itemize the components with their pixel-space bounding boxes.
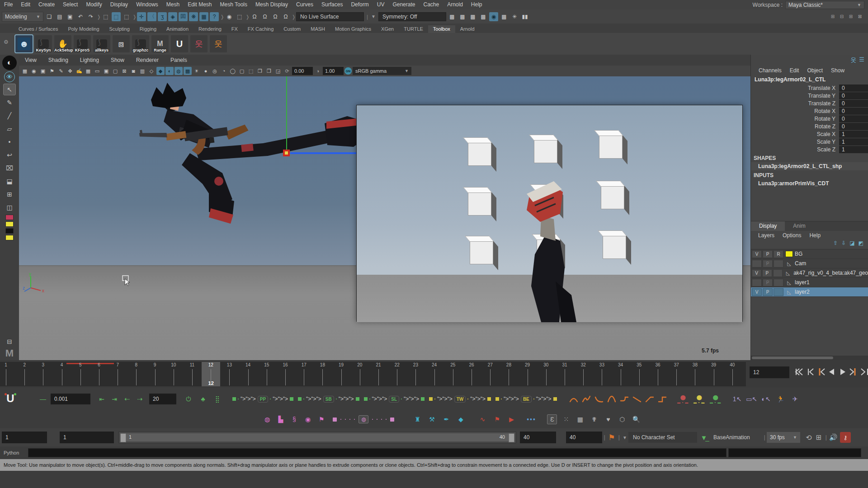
xray-joints-icon[interactable]: ❒ bbox=[265, 67, 273, 75]
shaded-icon[interactable]: ◆ bbox=[156, 67, 165, 75]
viewport-menu-panels[interactable]: Panels bbox=[165, 57, 193, 63]
character-set-field[interactable]: No Character Set bbox=[628, 432, 697, 443]
layer-row-layer2[interactable]: VPR◺layer2 bbox=[751, 287, 868, 297]
gear-icon[interactable]: ⚙ bbox=[4, 39, 9, 45]
ease-corner-icon[interactable] bbox=[657, 395, 667, 403]
layer-display-type-toggle[interactable]: R bbox=[774, 250, 783, 258]
menu-surfaces[interactable]: Surfaces bbox=[317, 0, 347, 9]
range-slider[interactable]: 1 40 bbox=[118, 432, 516, 443]
anim-layer-field[interactable]: BaseAnimation bbox=[709, 432, 762, 443]
layer-menu-help[interactable]: Help bbox=[806, 232, 824, 239]
shelf-tab-custom[interactable]: Custom bbox=[278, 25, 306, 33]
render-current-icon[interactable]: ▩ bbox=[458, 12, 467, 21]
camera-pip-view[interactable] bbox=[356, 105, 743, 322]
chevron-down-icon[interactable]: ▼ bbox=[621, 433, 628, 442]
shelf-tab-turtle[interactable]: TURTLE bbox=[399, 25, 428, 33]
pause-icon[interactable]: ▮▮ bbox=[520, 12, 529, 21]
render-view-icon[interactable]: ▩ bbox=[448, 12, 457, 21]
animbot-logo[interactable]: U bbox=[4, 392, 17, 406]
color-management-icon[interactable]: GN bbox=[344, 67, 352, 75]
scale-tool-icon[interactable]: • bbox=[3, 136, 16, 148]
kfpros-script[interactable]: KFproS bbox=[74, 35, 91, 52]
isolate-select-icon[interactable]: ⬚ bbox=[247, 67, 255, 75]
cube-grey-icon[interactable]: ⬡ bbox=[617, 414, 627, 424]
layer-visibility-toggle[interactable]: V bbox=[752, 250, 762, 258]
shelf-tab-fx-caching[interactable]: FX Caching bbox=[243, 25, 278, 33]
speaker-icon[interactable]: 🔊 bbox=[828, 432, 838, 442]
layer-triangle-icon[interactable]: ◺ bbox=[785, 289, 793, 295]
grid-dots-icon[interactable]: ⣿ bbox=[212, 394, 222, 404]
input-node[interactable]: Luna3p:armorPrimVis_CDT bbox=[751, 179, 868, 188]
animbot-segment-label[interactable]: SB bbox=[323, 396, 334, 403]
curve-bird-icon[interactable]: ∿ bbox=[477, 414, 487, 424]
shelf-tab-sculpting[interactable]: Sculpting bbox=[104, 25, 135, 33]
animbot-segment-label[interactable]: SL bbox=[389, 396, 399, 403]
animbot-segment-sb[interactable]: ">">">SB">">"> bbox=[298, 396, 359, 403]
color-swatch-red[interactable] bbox=[5, 215, 14, 220]
range-script[interactable]: MRange bbox=[151, 35, 169, 52]
wireframe-icon[interactable]: ◇ bbox=[147, 67, 156, 75]
layer-triangle-icon[interactable]: ◺ bbox=[784, 270, 792, 276]
gamma-field[interactable]: 1.00 bbox=[323, 67, 344, 75]
menu-edit[interactable]: Edit bbox=[17, 0, 34, 9]
go-to-start-button[interactable] bbox=[794, 366, 804, 378]
yellow-key-icon[interactable]: ⬤▬ ▪ ▬ bbox=[693, 394, 705, 404]
safe-title-icon[interactable]: ▥ bbox=[138, 67, 146, 75]
channel-value-field[interactable]: 0 bbox=[839, 108, 868, 115]
snap-question-icon[interactable]: ? bbox=[210, 12, 219, 21]
layout-outliner-icon[interactable]: ◫ bbox=[3, 202, 16, 213]
menu-modify[interactable]: Modify bbox=[82, 0, 106, 9]
viewport-menu-lighting[interactable]: Lighting bbox=[74, 57, 105, 63]
channel-box-menu-object[interactable]: Object bbox=[804, 67, 826, 74]
snap-viewplane-icon[interactable]: ▦ bbox=[199, 12, 208, 21]
tween-minus-icon[interactable]: — bbox=[38, 394, 48, 404]
tween-value-field[interactable]: 0.001 bbox=[51, 394, 90, 404]
ease-tail-icon[interactable] bbox=[594, 395, 604, 403]
shelf-tab-animation[interactable]: Animation bbox=[161, 25, 193, 33]
bookmark-icon[interactable]: ⚑ bbox=[48, 67, 56, 75]
render-settings-icon[interactable]: ▩ bbox=[479, 12, 488, 21]
layer-triangle-icon[interactable]: ◺ bbox=[785, 279, 793, 286]
texture-view-icon[interactable]: ▩ bbox=[500, 12, 509, 21]
default-material-icon[interactable]: ▩ bbox=[184, 67, 192, 75]
shelf-tab-curves-surfaces[interactable]: Curves / Surfaces bbox=[14, 25, 63, 33]
layer-row-Cam[interactable]: VPR◺Cam bbox=[751, 259, 868, 268]
layer-editor-tab-anim[interactable]: Anim bbox=[785, 221, 813, 231]
search-icon[interactable]: 🔍 bbox=[631, 414, 641, 424]
redo-icon[interactable]: ↷ bbox=[86, 12, 95, 21]
layer-visibility-toggle[interactable]: V bbox=[752, 260, 762, 267]
power-icon[interactable]: ⏻ bbox=[184, 394, 193, 404]
chevron-down-icon[interactable]: ▼ bbox=[370, 12, 377, 21]
layer-row-layer1[interactable]: VPR◺layer1 bbox=[751, 278, 868, 287]
menu-mesh[interactable]: Mesh bbox=[162, 0, 184, 9]
construction-3-icon[interactable]: Ω bbox=[271, 12, 280, 21]
keysyn-script[interactable]: KeySyn bbox=[35, 35, 52, 52]
graphzc-script[interactable]: graphzc bbox=[132, 35, 149, 52]
channel-value-field[interactable]: 1 bbox=[839, 138, 868, 145]
character-orange-tool[interactable]: 웃 bbox=[210, 35, 227, 52]
menu-deform[interactable]: Deform bbox=[347, 0, 373, 9]
globe-icon[interactable]: ◉ bbox=[303, 414, 313, 424]
new-scene-icon[interactable]: ❏ bbox=[45, 12, 54, 21]
empty-layer-icon[interactable]: ◪ bbox=[849, 240, 854, 249]
make-live-icon[interactable]: 回 bbox=[179, 12, 188, 21]
clip-editor-icon[interactable]: ⊞ bbox=[814, 432, 824, 442]
dof-icon[interactable]: ▢ bbox=[238, 67, 246, 75]
layout-four-icon[interactable]: ⊞ bbox=[3, 188, 16, 200]
animbot2-slider[interactable]: ◍ bbox=[333, 415, 394, 423]
ease-arch-icon[interactable] bbox=[607, 395, 617, 403]
pen-icon[interactable]: ✒ bbox=[441, 414, 451, 424]
menu-cache[interactable]: Cache bbox=[419, 0, 443, 9]
select-tool-icon[interactable]: 👁 bbox=[4, 71, 15, 82]
save-scene-icon[interactable]: ▣ bbox=[66, 12, 75, 21]
exposure-field[interactable]: 0.00 bbox=[292, 67, 313, 75]
tree-icon[interactable]: ♣ bbox=[198, 394, 208, 404]
menu-edit-mesh[interactable]: Edit Mesh bbox=[184, 0, 216, 9]
shelf-tab-fx[interactable]: FX bbox=[226, 25, 243, 33]
exposure-icon[interactable]: ⟳ bbox=[283, 67, 291, 75]
shelf-tab-rigging[interactable]: Rigging bbox=[135, 25, 161, 33]
playback-end-field[interactable]: 40 bbox=[520, 432, 556, 443]
menu-create[interactable]: Create bbox=[34, 0, 59, 9]
pick-walk-icon[interactable]: ✟ bbox=[589, 414, 599, 424]
snap-curve-icon[interactable]: 〈 bbox=[147, 12, 156, 21]
